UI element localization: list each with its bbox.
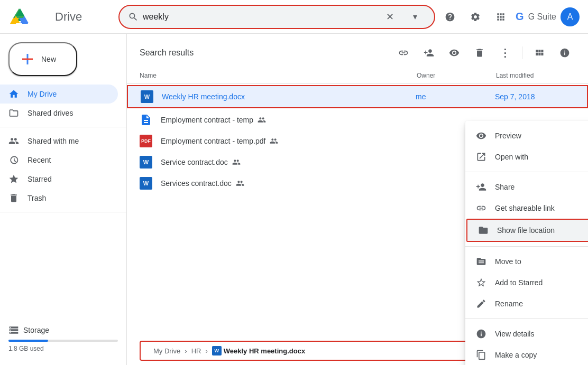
help-button[interactable] <box>439 6 461 27</box>
file-modified-weekly-hr: Sep 7, 2018 <box>495 92 574 101</box>
breadcrumb-my-drive[interactable]: My Drive <box>153 347 180 355</box>
search-dropdown-button[interactable]: ▾ <box>405 6 426 27</box>
file-name-emp-contract: Employment contract - temp <box>161 116 417 124</box>
settings-button[interactable] <box>465 6 486 27</box>
storage-label: Storage <box>23 326 49 334</box>
sidebar-item-trash[interactable]: Trash <box>0 189 118 208</box>
get-link-label: Get shareable link <box>495 204 555 212</box>
more-options-button[interactable]: ⋮ <box>494 42 516 63</box>
my-drive-icon <box>8 89 19 99</box>
sidebar-item-shared-drives[interactable]: Shared drives <box>0 104 118 123</box>
context-menu: Preview Open with › Share Get sha <box>465 121 588 365</box>
toolbar-divider <box>522 46 522 59</box>
header: Drive ✕ ▾ <box>0 0 588 34</box>
gsuite-label: G Suite <box>528 12 556 22</box>
rename-label: Rename <box>495 300 523 308</box>
make-copy-label: Make a copy <box>495 351 537 359</box>
breadcrumb-sep-1: › <box>185 347 187 355</box>
new-label: New <box>41 55 56 63</box>
help-icon <box>445 12 455 22</box>
shared-icon-3 <box>232 158 241 166</box>
main-content: Search results <box>127 34 588 365</box>
search-icon <box>128 12 139 22</box>
link-menu-icon <box>476 203 486 213</box>
menu-item-move-to[interactable]: Move to <box>465 251 588 272</box>
menu-item-make-copy[interactable]: Make a copy <box>465 344 588 365</box>
word-file-icon-3: W <box>140 177 152 190</box>
trash-label: Trash <box>27 194 46 202</box>
new-button[interactable]: New <box>8 42 77 76</box>
open-with-label: Open with <box>495 153 528 161</box>
header-right: G G Suite A <box>439 6 580 27</box>
menu-item-get-link[interactable]: Get shareable link <box>465 198 588 219</box>
add-starred-label: Add to Starred <box>495 278 543 287</box>
logo-text: Drive <box>55 10 82 24</box>
g-label: G <box>516 11 524 23</box>
menu-divider-1 <box>465 172 588 172</box>
file-name-weekly-hr: Weekly HR meeting.docx <box>162 92 416 101</box>
menu-item-add-starred[interactable]: Add to Starred <box>465 272 588 293</box>
rename-icon <box>476 298 486 309</box>
main-header: Search results <box>127 34 588 68</box>
file-name-service-contract: Service contract.doc <box>161 158 417 166</box>
my-drive-label: My Drive <box>27 90 57 98</box>
menu-item-rename[interactable]: Rename <box>465 293 588 314</box>
move-to-label: Move to <box>495 257 521 266</box>
apps-button[interactable] <box>490 6 511 27</box>
drive-logo-svg <box>8 6 30 27</box>
delete-toolbar-button[interactable] <box>469 42 490 63</box>
storage-bar <box>8 340 118 342</box>
breadcrumb-sep-2: › <box>205 347 207 355</box>
starred-label: Starred <box>27 175 52 183</box>
gdoc-file-icon-1 <box>140 114 152 126</box>
menu-item-share[interactable]: Share <box>465 176 588 198</box>
word-file-icon-2: W <box>140 156 152 169</box>
menu-divider-3 <box>465 319 588 319</box>
sidebar-item-recent[interactable]: Recent <box>0 151 118 170</box>
sidebar-item-my-drive[interactable]: My Drive <box>0 85 118 104</box>
view-details-icon <box>476 329 486 339</box>
sidebar-item-shared-with-me[interactable]: Shared with me <box>0 132 118 151</box>
preview-toolbar-button[interactable] <box>444 42 465 63</box>
menu-item-view-details[interactable]: View details <box>465 323 588 344</box>
sidebar-item-starred[interactable]: Starred <box>0 170 118 189</box>
preview-label: Preview <box>495 132 521 140</box>
menu-item-open-with[interactable]: Open with › <box>465 146 588 167</box>
search-clear-button[interactable]: ✕ <box>379 6 400 27</box>
folder-menu-icon <box>478 225 489 236</box>
share-label: Share <box>495 183 514 191</box>
main-toolbar: ⋮ <box>393 42 575 63</box>
info-toolbar-icon <box>559 48 570 58</box>
breadcrumb-current-file: W Weekly HR meeting.docx <box>212 346 305 355</box>
starred-icon <box>8 174 19 184</box>
file-owner-weekly-hr: me <box>416 92 495 101</box>
search-input[interactable] <box>143 12 375 22</box>
get-link-toolbar-button[interactable] <box>393 42 414 63</box>
share-toolbar-button[interactable] <box>418 42 439 63</box>
move-to-icon <box>476 256 486 267</box>
logo-area: Drive <box>8 6 114 27</box>
recent-label: Recent <box>27 156 51 164</box>
file-row-weekly-hr[interactable]: W Weekly HR meeting.docx me Sep 7, 2018 <box>127 85 588 108</box>
colorful-plus-icon <box>20 52 35 67</box>
grid-view-button[interactable] <box>529 42 550 63</box>
eye-toolbar-icon <box>449 48 460 58</box>
breadcrumb-filename: Weekly HR meeting.docx <box>224 347 305 355</box>
pdf-file-icon: PDF <box>140 135 152 147</box>
info-button[interactable] <box>554 42 575 63</box>
avatar[interactable]: A <box>561 7 580 26</box>
col-name-header: Name <box>140 72 417 79</box>
trash-icon <box>8 193 19 203</box>
file-name-emp-pdf: Employment contract - temp.pdf <box>161 137 417 145</box>
sidebar: New My Drive Shared drives <box>0 34 127 365</box>
app-container: Drive ✕ ▾ <box>0 0 588 365</box>
menu-divider-2 <box>465 246 588 247</box>
menu-item-show-location[interactable]: Show file location <box>466 219 588 242</box>
search-bar[interactable]: ✕ ▾ <box>118 5 435 29</box>
shared-with-me-icon <box>8 136 19 146</box>
menu-item-preview[interactable]: Preview <box>465 125 588 146</box>
search-actions: ✕ ▾ <box>379 6 426 27</box>
main-title: Search results <box>140 48 194 58</box>
sidebar-divider-2 <box>0 212 126 212</box>
breadcrumb-hr[interactable]: HR <box>191 347 201 355</box>
